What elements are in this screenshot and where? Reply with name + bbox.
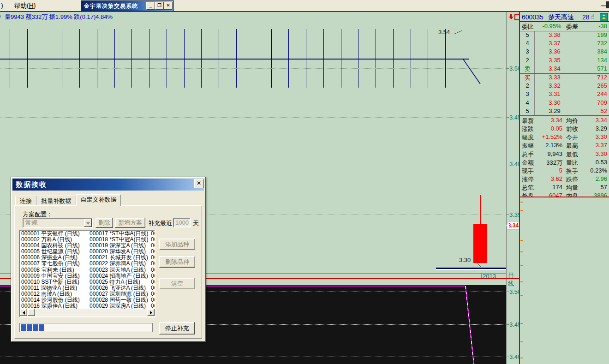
orange-tick xyxy=(520,295,523,296)
add-symbols-button[interactable]: 添加品种 xyxy=(159,239,195,250)
level-label: 2 xyxy=(522,82,533,89)
stock-list-item[interactable]: 000008 宝利来 (日线)000023 深天地A (日线)000 xyxy=(20,267,155,273)
stock-entry-clipped: 000 xyxy=(151,285,155,291)
menu-item-help[interactable]: 帮助(H) xyxy=(14,2,36,10)
dialog-titlebar[interactable]: 数据接收 xyxy=(12,179,204,191)
clear-button[interactable]: 清空 xyxy=(159,278,195,289)
stock-list-item[interactable]: 000009 中国宝安 (日线)000024 招商地产 (日线)000 xyxy=(20,273,155,279)
stock-entry: 000017 *ST中华A(日线) xyxy=(90,231,151,237)
stat-row: 振幅2.13%最高3.37 xyxy=(520,142,609,150)
candle-wick xyxy=(480,195,481,225)
delete-scheme-button[interactable]: 删除 xyxy=(96,218,113,228)
trading-app-screen: ) 帮助(H) 金宇塔决策交易系统 _ ❐ ✕ — 0 量9943 额332万 … xyxy=(0,0,609,364)
floating-window-titlebar[interactable]: 金宇塔决策交易系统 _ ❐ ✕ xyxy=(81,0,174,11)
days-input[interactable]: 1000 xyxy=(173,218,191,227)
stock-entry: 000023 深天地A (日线) xyxy=(90,267,151,273)
period-label[interactable]: 日线 xyxy=(508,271,519,288)
stock-entry-clipped: 000 xyxy=(151,255,155,261)
stat-label: 金额 xyxy=(522,159,534,167)
orange-tick xyxy=(520,251,523,252)
orange-tick xyxy=(520,265,523,266)
level-price: 3.31 xyxy=(538,90,571,97)
stock-entry-clipped: 000 xyxy=(151,237,155,243)
scrollbar-thumb[interactable] xyxy=(28,309,35,316)
quote-level-row: 43.30709 xyxy=(520,99,609,107)
stat-value: 0.23% xyxy=(579,167,607,174)
horizontal-scrollbar[interactable] xyxy=(20,309,155,316)
tab-batch-fill[interactable]: 批量补数据 xyxy=(36,196,76,205)
scroll-right-button[interactable] xyxy=(147,309,155,316)
stat-value: 3.62 xyxy=(537,175,562,182)
remove-symbols-button[interactable]: 删除品种 xyxy=(159,256,195,268)
stat-label: 振幅 xyxy=(522,142,534,150)
dialog-close-button[interactable]: ✕ xyxy=(194,179,203,188)
stock-entry: 000012 南玻A (日线) xyxy=(21,291,90,297)
stat-row: 金额332万量比0.53 xyxy=(520,159,609,167)
stock-entry: 000026 飞亚达A (日线) xyxy=(90,285,151,291)
level-label: 5 xyxy=(522,107,533,114)
quote-level-row: 卖3.34571 xyxy=(520,65,609,73)
stock-entry: 000006 深振业A (日线) xyxy=(21,255,90,261)
stock-entry: 000010 SST华新 (日线) xyxy=(21,279,90,285)
stock-entry-clipped: 000 xyxy=(151,267,155,273)
stat-row: 涨停3.62跌停2.96 xyxy=(520,175,609,184)
scroll-left-button[interactable] xyxy=(20,309,27,316)
stat-value: 5 xyxy=(537,167,562,174)
stock-list-item[interactable]: 000011 深物业A (日线)000026 飞亚达A (日线)000 xyxy=(20,285,155,291)
stock-list-item[interactable]: 000001 平安银行 (日线)000017 *ST中华A(日线)000 xyxy=(20,231,155,237)
stock-list-item[interactable]: 000014 沙河股份 (日线)000028 国药一致 (日线)000 xyxy=(20,297,155,303)
stat-label: 总笔 xyxy=(522,184,534,192)
stock-list-item[interactable]: 000004 国农科技 (日线)000019 深深宝A (日线)000 xyxy=(20,243,155,249)
stock-list-item[interactable]: 000006 深振业A (日线)000021 长城开发 (日线)000 xyxy=(20,255,155,261)
orange-tick xyxy=(520,358,523,358)
scroll-down-icon[interactable] xyxy=(508,14,513,20)
hand-cursor-icon[interactable]: ☝ xyxy=(591,13,595,20)
stock-entry: 000004 国农科技 (日线) xyxy=(21,243,90,249)
stock-list-item[interactable]: 000002 万科A (日线)000018 *ST中冠A(日线)000 xyxy=(20,237,155,243)
restore-button[interactable]: ❐ xyxy=(155,2,164,10)
stat-row: 最新3.34均价3.34 xyxy=(520,117,609,125)
stock-entry: 000021 长城开发 (日线) xyxy=(90,255,151,261)
level-label: 4 xyxy=(522,99,533,106)
menu-bar: ) 帮助(H) 金宇塔决策交易系统 _ ❐ ✕ — xyxy=(0,0,609,11)
orange-tick xyxy=(520,202,523,203)
stop-fill-button[interactable]: 停止补充 xyxy=(159,322,195,334)
level-price: 3.36 xyxy=(538,48,571,55)
new-scheme-button[interactable]: 新增方案 xyxy=(115,218,145,228)
stock-entry-clipped: 000 xyxy=(151,231,155,237)
stat-label: 最新 xyxy=(522,117,534,125)
stat-value: 3.34 xyxy=(537,117,562,124)
expand-panel-button[interactable] xyxy=(600,13,608,21)
stat-value: 9,943 xyxy=(537,150,562,157)
quote-level-row: 23.32265 xyxy=(520,82,609,90)
scheme-value: 常规 xyxy=(25,219,37,226)
stock-listbox[interactable]: 000001 平安银行 (日线)000017 *ST中华A(日线)0000000… xyxy=(19,230,155,317)
level-volume: 571 xyxy=(575,65,607,72)
chart-base-line-highlight xyxy=(436,269,506,270)
stock-name[interactable]: 楚天高速 xyxy=(548,13,574,22)
data-receive-dialog: 数据接收 ✕ 连接 批量补数据 自定义补数据 方案配置： 常规 删除 新增方案 … xyxy=(11,177,206,342)
scheme-combobox[interactable]: 常规 xyxy=(23,218,93,228)
tab-connect[interactable]: 连接 xyxy=(15,196,36,205)
level-volume: 384 xyxy=(575,48,607,55)
stat-label: 量比 xyxy=(566,159,578,167)
stock-list-item[interactable]: 000010 SST华新 (日线)000025 特力A (日线)000 xyxy=(20,279,155,285)
combo-dropdown-button[interactable] xyxy=(84,219,92,227)
stock-list-item[interactable]: 000007 零七股份 (日线)000022 深赤湾A (日线)000 xyxy=(20,261,155,267)
stock-list-item[interactable]: 000012 南玻A (日线)000027 深圳能源 (日线)000 xyxy=(20,291,155,297)
stat-label: 总手 xyxy=(522,150,534,159)
candle-body xyxy=(473,224,487,263)
stat-label: 跌停 xyxy=(566,175,578,184)
stat-value: 3.29 xyxy=(579,125,607,132)
stat-label: 今开 xyxy=(566,133,578,142)
stat-row: 总笔174均量57 xyxy=(520,184,609,192)
stat-row: 涨跌0.05前收3.29 xyxy=(520,125,609,133)
minimize-button[interactable]: _ xyxy=(146,2,155,10)
stock-code[interactable]: 600035 xyxy=(522,13,543,21)
tab-custom-fill[interactable]: 自定义补数据 xyxy=(76,194,121,206)
level-volume: 732 xyxy=(575,40,607,47)
stock-entry: 000024 招商地产 (日线) xyxy=(90,273,151,279)
close-button[interactable]: ✕ xyxy=(164,2,173,10)
stock-list-item[interactable]: 000005 世纪星源 (日线)000020 深华发A (日线)000 xyxy=(20,249,155,255)
level-label: 买 xyxy=(522,74,533,82)
